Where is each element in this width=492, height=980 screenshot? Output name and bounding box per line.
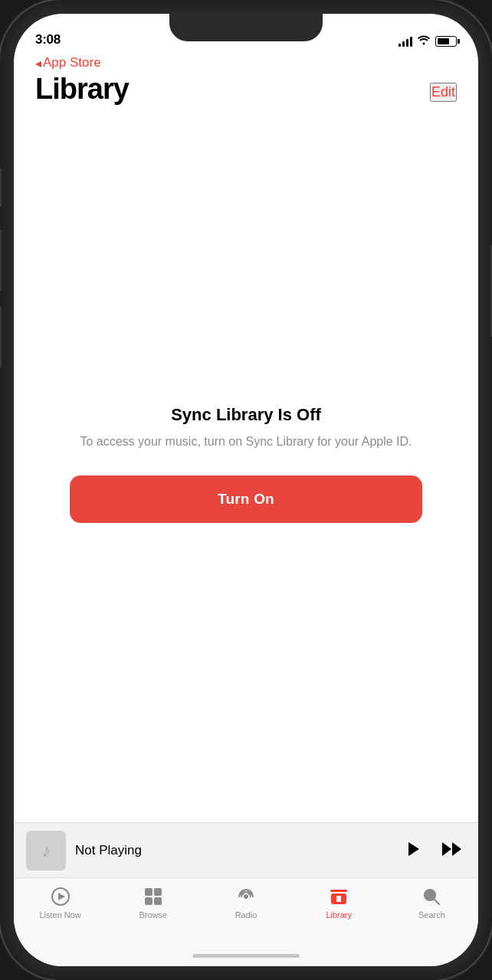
fast-forward-button[interactable] [438,838,466,863]
search-icon [421,886,442,907]
nav-back[interactable]: ◂ App Store [14,54,478,70]
battery-icon [435,36,457,47]
listen-now-icon [50,886,71,907]
phone-screen: 3:08 [14,14,478,966]
svg-marker-0 [408,842,419,856]
library-label: Library [326,910,352,920]
radio-label: Radio [235,910,257,920]
status-time: 3:08 [35,32,61,47]
sync-title: Sync Library Is Off [171,405,321,425]
svg-marker-2 [452,842,461,856]
svg-rect-5 [145,888,153,896]
album-art: ♪ [26,831,66,871]
sync-description: To access your music, turn on Sync Libra… [80,433,412,451]
mini-player: ♪ Not Playing [14,822,478,877]
page-title: Library [35,74,129,106]
tab-browse[interactable]: Browse [107,886,199,920]
edit-button[interactable]: Edit [430,83,457,102]
home-bar [192,954,300,958]
music-note-icon: ♪ [41,840,51,861]
library-icon [328,886,349,907]
svg-point-9 [244,894,248,899]
back-label: App Store [43,55,101,70]
main-content: Sync Library Is Off To access your music… [14,106,478,822]
signal-icon [399,36,412,47]
home-indicator [14,945,478,966]
svg-rect-7 [145,897,153,905]
svg-marker-1 [442,842,451,856]
tab-listen-now[interactable]: Listen Now [14,886,107,920]
tab-radio[interactable]: Radio [199,886,292,920]
svg-rect-12 [336,896,341,902]
listen-now-label: Listen Now [39,910,80,920]
svg-line-14 [435,900,440,905]
browse-icon [143,886,164,907]
notch [169,14,323,41]
svg-rect-6 [154,888,162,896]
svg-rect-10 [330,890,347,892]
page-header: Library Edit [14,70,478,106]
search-label: Search [418,910,445,920]
svg-rect-8 [154,897,162,905]
player-controls [402,838,466,863]
play-button[interactable] [402,838,425,863]
back-chevron-icon: ◂ [35,56,41,70]
tab-search[interactable]: Search [385,886,478,920]
status-icons [399,34,457,47]
wifi-icon [417,34,431,47]
phone-frame: 3:08 [0,0,492,980]
radio-icon [235,886,257,907]
tab-bar: Listen Now Browse [14,877,478,945]
browse-label: Browse [139,910,167,920]
not-playing-label: Not Playing [75,843,392,858]
turn-on-button[interactable]: Turn On [70,475,422,523]
svg-marker-4 [58,893,65,900]
tab-library[interactable]: Library [293,886,385,920]
